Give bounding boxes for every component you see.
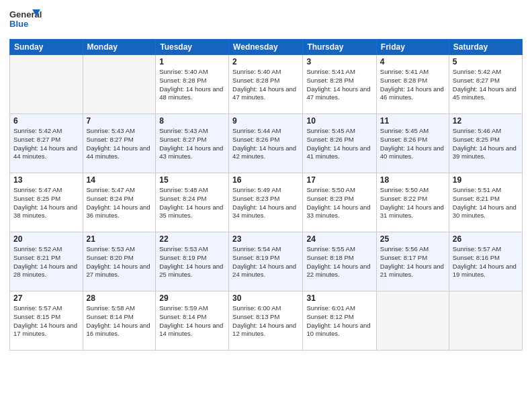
day-info: Sunrise: 5:50 AM Sunset: 8:23 PM Dayligh…	[306, 186, 372, 220]
day-info: Sunrise: 5:58 AM Sunset: 8:14 PM Dayligh…	[87, 304, 152, 338]
day-info: Sunrise: 5:43 AM Sunset: 8:27 PM Dayligh…	[87, 127, 152, 161]
calendar-cell: 4Sunrise: 5:41 AM Sunset: 8:28 PM Daylig…	[376, 55, 449, 114]
day-number: 7	[87, 116, 152, 126]
day-number: 30	[232, 293, 299, 303]
calendar-cell: 30Sunrise: 6:00 AM Sunset: 8:13 PM Dayli…	[229, 291, 303, 351]
day-number: 12	[453, 116, 519, 126]
header: General Blue	[9, 7, 523, 34]
day-info: Sunrise: 5:50 AM Sunset: 8:22 PM Dayligh…	[380, 186, 445, 220]
day-info: Sunrise: 5:57 AM Sunset: 8:16 PM Dayligh…	[453, 245, 519, 279]
day-number: 16	[232, 175, 299, 185]
calendar-cell: 15Sunrise: 5:48 AM Sunset: 8:24 PM Dayli…	[156, 173, 229, 232]
calendar-cell: 3Sunrise: 5:41 AM Sunset: 8:28 PM Daylig…	[303, 55, 376, 114]
day-number: 26	[453, 234, 519, 244]
weekday-thursday: Thursday	[303, 40, 376, 55]
day-number: 5	[453, 57, 519, 66]
calendar-cell: 26Sunrise: 5:57 AM Sunset: 8:16 PM Dayli…	[449, 232, 522, 291]
calendar-week-5: 27Sunrise: 5:57 AM Sunset: 8:15 PM Dayli…	[10, 291, 523, 351]
weekday-friday: Friday	[376, 40, 449, 55]
day-info: Sunrise: 5:48 AM Sunset: 8:24 PM Dayligh…	[159, 186, 225, 220]
day-number: 2	[232, 57, 299, 66]
calendar-cell: 18Sunrise: 5:50 AM Sunset: 8:22 PM Dayli…	[376, 173, 449, 232]
calendar-cell	[10, 55, 83, 114]
day-info: Sunrise: 5:43 AM Sunset: 8:27 PM Dayligh…	[159, 127, 225, 161]
day-number: 21	[87, 234, 152, 244]
day-info: Sunrise: 5:51 AM Sunset: 8:21 PM Dayligh…	[453, 186, 519, 220]
day-number: 6	[13, 116, 79, 126]
weekday-tuesday: Tuesday	[156, 40, 229, 55]
day-info: Sunrise: 5:59 AM Sunset: 8:14 PM Dayligh…	[159, 304, 225, 338]
day-number: 17	[306, 175, 372, 185]
calendar-cell	[449, 291, 522, 351]
day-info: Sunrise: 5:45 AM Sunset: 8:26 PM Dayligh…	[306, 127, 372, 161]
calendar-table: SundayMondayTuesdayWednesdayThursdayFrid…	[9, 39, 523, 351]
weekday-wednesday: Wednesday	[229, 40, 303, 55]
weekday-sunday: Sunday	[10, 40, 83, 55]
day-number: 29	[159, 293, 225, 303]
day-info: Sunrise: 5:47 AM Sunset: 8:25 PM Dayligh…	[13, 186, 79, 220]
calendar-cell: 6Sunrise: 5:42 AM Sunset: 8:27 PM Daylig…	[10, 114, 83, 173]
calendar-cell: 5Sunrise: 5:42 AM Sunset: 8:27 PM Daylig…	[449, 55, 522, 114]
calendar-cell: 31Sunrise: 6:01 AM Sunset: 8:12 PM Dayli…	[303, 291, 376, 351]
day-number: 15	[159, 175, 225, 185]
calendar-week-4: 20Sunrise: 5:52 AM Sunset: 8:21 PM Dayli…	[10, 232, 523, 291]
weekday-saturday: Saturday	[449, 40, 522, 55]
calendar-cell: 21Sunrise: 5:53 AM Sunset: 8:20 PM Dayli…	[83, 232, 156, 291]
calendar-cell: 14Sunrise: 5:47 AM Sunset: 8:24 PM Dayli…	[83, 173, 156, 232]
calendar-cell: 20Sunrise: 5:52 AM Sunset: 8:21 PM Dayli…	[10, 232, 83, 291]
svg-text:Blue: Blue	[9, 19, 28, 29]
day-number: 18	[380, 175, 445, 185]
calendar-week-1: 1Sunrise: 5:40 AM Sunset: 8:28 PM Daylig…	[10, 55, 523, 114]
day-info: Sunrise: 5:49 AM Sunset: 8:23 PM Dayligh…	[232, 186, 299, 220]
day-info: Sunrise: 5:53 AM Sunset: 8:19 PM Dayligh…	[159, 245, 225, 279]
day-info: Sunrise: 5:45 AM Sunset: 8:26 PM Dayligh…	[380, 127, 445, 161]
day-info: Sunrise: 6:00 AM Sunset: 8:13 PM Dayligh…	[232, 304, 299, 338]
weekday-header-row: SundayMondayTuesdayWednesdayThursdayFrid…	[10, 40, 523, 55]
calendar-cell: 12Sunrise: 5:46 AM Sunset: 8:25 PM Dayli…	[449, 114, 522, 173]
day-number: 4	[380, 57, 445, 66]
page: General Blue SundayMondayTuesdayWednesda…	[0, 0, 532, 411]
day-number: 9	[232, 116, 299, 126]
calendar-cell: 17Sunrise: 5:50 AM Sunset: 8:23 PM Dayli…	[303, 173, 376, 232]
day-number: 13	[13, 175, 79, 185]
day-number: 3	[306, 57, 372, 66]
calendar-week-2: 6Sunrise: 5:42 AM Sunset: 8:27 PM Daylig…	[10, 114, 523, 173]
day-info: Sunrise: 5:56 AM Sunset: 8:17 PM Dayligh…	[380, 245, 445, 279]
calendar-cell: 2Sunrise: 5:40 AM Sunset: 8:28 PM Daylig…	[229, 55, 303, 114]
calendar-cell: 11Sunrise: 5:45 AM Sunset: 8:26 PM Dayli…	[376, 114, 449, 173]
day-number: 19	[453, 175, 519, 185]
calendar-cell: 1Sunrise: 5:40 AM Sunset: 8:28 PM Daylig…	[156, 55, 229, 114]
day-info: Sunrise: 5:40 AM Sunset: 8:28 PM Dayligh…	[159, 68, 225, 102]
day-number: 28	[87, 293, 152, 303]
day-number: 24	[306, 234, 372, 244]
day-info: Sunrise: 6:01 AM Sunset: 8:12 PM Dayligh…	[306, 304, 372, 338]
day-number: 20	[13, 234, 79, 244]
calendar-cell: 27Sunrise: 5:57 AM Sunset: 8:15 PM Dayli…	[10, 291, 83, 351]
day-info: Sunrise: 5:47 AM Sunset: 8:24 PM Dayligh…	[87, 186, 152, 220]
day-info: Sunrise: 5:57 AM Sunset: 8:15 PM Dayligh…	[13, 304, 79, 338]
calendar-cell: 28Sunrise: 5:58 AM Sunset: 8:14 PM Dayli…	[83, 291, 156, 351]
calendar-cell: 25Sunrise: 5:56 AM Sunset: 8:17 PM Dayli…	[376, 232, 449, 291]
calendar-cell	[376, 291, 449, 351]
logo: General Blue	[9, 7, 42, 34]
day-info: Sunrise: 5:46 AM Sunset: 8:25 PM Dayligh…	[453, 127, 519, 161]
day-number: 11	[380, 116, 445, 126]
day-info: Sunrise: 5:40 AM Sunset: 8:28 PM Dayligh…	[232, 68, 299, 102]
weekday-monday: Monday	[83, 40, 156, 55]
calendar-cell	[83, 55, 156, 114]
calendar-cell: 8Sunrise: 5:43 AM Sunset: 8:27 PM Daylig…	[156, 114, 229, 173]
calendar-cell: 16Sunrise: 5:49 AM Sunset: 8:23 PM Dayli…	[229, 173, 303, 232]
calendar-cell: 24Sunrise: 5:55 AM Sunset: 8:18 PM Dayli…	[303, 232, 376, 291]
calendar-cell: 29Sunrise: 5:59 AM Sunset: 8:14 PM Dayli…	[156, 291, 229, 351]
day-number: 31	[306, 293, 372, 303]
logo-icon: General Blue	[9, 7, 42, 31]
day-number: 1	[159, 57, 225, 66]
day-number: 23	[232, 234, 299, 244]
day-number: 10	[306, 116, 372, 126]
day-info: Sunrise: 5:54 AM Sunset: 8:19 PM Dayligh…	[232, 245, 299, 279]
day-info: Sunrise: 5:41 AM Sunset: 8:28 PM Dayligh…	[380, 68, 445, 102]
day-info: Sunrise: 5:52 AM Sunset: 8:21 PM Dayligh…	[13, 245, 79, 279]
day-info: Sunrise: 5:41 AM Sunset: 8:28 PM Dayligh…	[306, 68, 372, 102]
day-info: Sunrise: 5:42 AM Sunset: 8:27 PM Dayligh…	[13, 127, 79, 161]
day-info: Sunrise: 5:55 AM Sunset: 8:18 PM Dayligh…	[306, 245, 372, 279]
